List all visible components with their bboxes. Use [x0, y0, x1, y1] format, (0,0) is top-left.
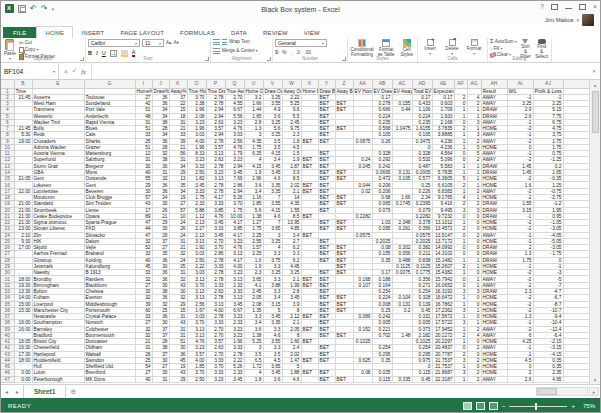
cell[interactable]: 0.2025: [372, 238, 392, 244]
column-header-AD[interactable]: AD: [412, 80, 432, 88]
cell[interactable]: 17.5672: [432, 314, 454, 320]
cell[interactable]: 15.4382: [432, 270, 454, 276]
cell[interactable]: 1: [454, 376, 467, 382]
enter-entry-button[interactable]: ✓: [72, 67, 77, 75]
cell[interactable]: Total EV: [412, 88, 432, 94]
cell[interactable]: 0.2005: [412, 169, 432, 175]
column-header-AA[interactable]: AA: [353, 80, 372, 88]
horizontal-scrollbar[interactable]: [536, 387, 588, 396]
cell[interactable]: 0.1775: [412, 270, 432, 276]
top-align-button[interactable]: [213, 39, 220, 45]
conditional-formatting-button[interactable]: Conditional Formatting: [350, 39, 374, 55]
cell[interactable]: 31: [152, 376, 169, 382]
cell[interactable]: BET: [318, 376, 335, 382]
cell[interactable]: Profit & Loss: [533, 88, 563, 94]
cell[interactable]: 0.2395: [412, 201, 432, 207]
number-format-select[interactable]: General▾: [275, 39, 327, 47]
cell[interactable]: 20.1272: [432, 332, 454, 338]
cell[interactable]: 3.45: [225, 376, 244, 382]
cell[interactable]: 29: [169, 376, 187, 382]
cell[interactable]: 20.2297: [432, 339, 454, 345]
cell[interactable]: 13.5147: [432, 232, 454, 238]
column-header-AB[interactable]: AB: [372, 80, 392, 88]
sort-filter-button[interactable]: Sort & Filter: [519, 39, 533, 55]
scroll-right-arrow[interactable]: ▸: [589, 387, 599, 396]
column-header-Y[interactable]: Y: [318, 80, 335, 88]
cell[interactable]: 0.335: [392, 376, 412, 382]
tab-insert[interactable]: INSERT: [73, 27, 112, 38]
shrink-font-button[interactable]: A▾: [173, 39, 178, 47]
cell[interactable]: EV Draw: [372, 88, 392, 94]
cell[interactable]: Home Bet: [301, 88, 318, 94]
cell[interactable]: 15.7942: [432, 276, 454, 282]
cell[interactable]: Away%: [169, 88, 187, 94]
cell[interactable]: 2.6: [507, 376, 533, 382]
cell[interactable]: 15.1482: [432, 257, 454, 263]
sheet-tab-sheet1[interactable]: Sheet1: [23, 385, 66, 398]
cell[interactable]: 2: [467, 376, 481, 382]
column-header-Q[interactable]: Q: [225, 80, 244, 88]
column-header-E[interactable]: E: [32, 80, 84, 88]
format-as-table-button[interactable]: Format as Table: [376, 39, 396, 55]
scroll-up-arrow[interactable]: ▴: [590, 80, 600, 89]
cell[interactable]: 21.7537: [432, 357, 454, 363]
tab-file[interactable]: FILE: [3, 27, 36, 38]
zoom-slider-thumb[interactable]: [535, 403, 537, 410]
paste-button[interactable]: Paste ▾: [3, 39, 17, 55]
cell[interactable]: AWAY: [481, 376, 507, 382]
account-area[interactable]: Jim Makos ▾: [545, 14, 594, 26]
insert-function-button[interactable]: fx: [81, 68, 86, 75]
alignment-dialog-launcher[interactable]: [267, 57, 271, 61]
cell[interactable]: True Hom: [187, 88, 206, 94]
user-avatar[interactable]: [582, 14, 594, 26]
cell[interactable]: BET: [335, 376, 353, 382]
zoom-out-button[interactable]: −: [502, 403, 506, 409]
cell[interactable]: Expectanc: [432, 88, 454, 94]
insert-cells-button[interactable]: Insert ▾: [420, 39, 440, 55]
column-header-AI[interactable]: AI: [507, 80, 533, 88]
close-button[interactable]: ×: [593, 3, 597, 10]
middle-align-button[interactable]: [222, 39, 227, 45]
tab-home[interactable]: HOME: [36, 26, 73, 38]
cell[interactable]: 4.95: [533, 376, 563, 382]
normal-view-button[interactable]: [463, 402, 472, 410]
column-header-W[interactable]: W: [282, 80, 301, 88]
page-break-view-button[interactable]: [489, 402, 498, 410]
cell[interactable]: 17.2362: [432, 307, 454, 313]
column-header-AF[interactable]: AF: [454, 80, 467, 88]
cell[interactable]: Draw Odd: [263, 88, 282, 94]
copy-button[interactable]: Copy▾: [19, 47, 55, 53]
cell[interactable]: 21.7537: [432, 364, 454, 370]
column-header-Z[interactable]: Z: [335, 80, 353, 88]
cell[interactable]: 3.23: [206, 376, 225, 382]
formula-input[interactable]: [92, 63, 588, 79]
cell[interactable]: [563, 376, 591, 382]
cell-styles-button[interactable]: Cell Styles: [398, 39, 415, 55]
cell[interactable]: 15.2607: [432, 263, 454, 269]
cell[interactable]: 40: [135, 376, 152, 382]
cell[interactable]: EV Away: [392, 88, 412, 94]
column-header-AG[interactable]: AG: [467, 80, 481, 88]
column-header-X[interactable]: X: [301, 80, 318, 88]
cell[interactable]: True Draw: [206, 88, 225, 94]
cell[interactable]: Peterborough: [32, 376, 84, 382]
autosum-button[interactable]: ΣAutoSum▾: [490, 39, 517, 45]
cell[interactable]: True Awa: [225, 88, 244, 94]
cell[interactable]: 0.2025: [412, 238, 432, 244]
cell[interactable]: Away Bet: [335, 88, 353, 94]
cell[interactable]: 16.6472: [432, 295, 454, 301]
wrap-text-button[interactable]: Wrap Text: [229, 39, 250, 45]
font-dialog-launcher[interactable]: [205, 57, 209, 61]
cell[interactable]: 22.3187: [432, 376, 454, 382]
cell[interactable]: Draw Bet: [318, 88, 335, 94]
column-header-P[interactable]: P: [206, 80, 225, 88]
minimize-button[interactable]: [565, 8, 572, 9]
column-header-AJ[interactable]: AJ: [533, 80, 563, 88]
cell[interactable]: 16.3192: [432, 289, 454, 295]
column-header-B[interactable]: B: [14, 80, 32, 88]
column-header-G[interactable]: G: [84, 80, 135, 88]
cell[interactable]: 13.1012: [432, 220, 454, 226]
tab-view[interactable]: VIEW: [296, 27, 328, 38]
cell[interactable]: 0.1025: [412, 339, 432, 345]
name-box[interactable]: BF104 ▾: [1, 63, 59, 79]
